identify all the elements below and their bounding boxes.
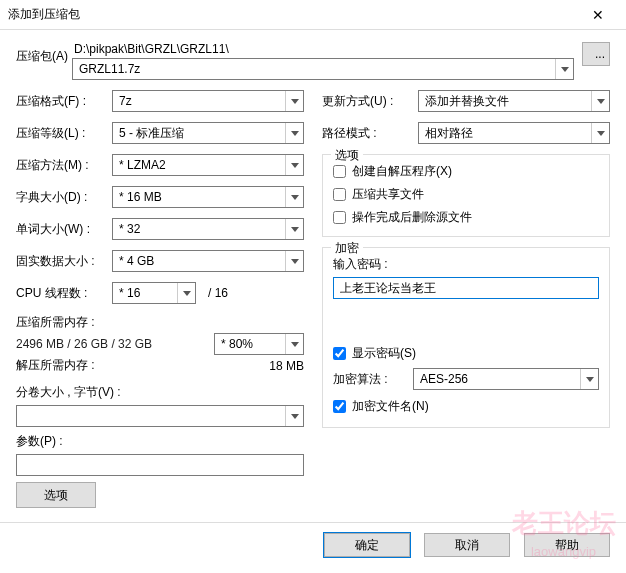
chevron-down-icon[interactable] [285, 219, 303, 239]
chevron-down-icon[interactable] [555, 59, 573, 79]
memcomp-select[interactable]: 80% [214, 333, 304, 355]
encryption-group: 加密 输入密码 : 显示密码(S) 加密算法 : AES-256 [322, 247, 610, 428]
delete-checkbox[interactable]: 操作完成后删除源文件 [333, 209, 599, 226]
level-select[interactable]: 5 - 标准压缩 [112, 122, 304, 144]
ok-button[interactable]: 确定 [324, 533, 410, 557]
chevron-down-icon[interactable] [285, 406, 303, 426]
memdecomp-value: 18 MB [95, 359, 304, 373]
options-legend: 选项 [331, 147, 363, 164]
help-button[interactable]: 帮助 [524, 533, 610, 557]
chevron-down-icon[interactable] [591, 91, 609, 111]
password-input[interactable] [333, 277, 599, 299]
format-select[interactable]: 7z [112, 90, 304, 112]
solid-label: 固实数据大小 : [16, 253, 112, 270]
level-label: 压缩等级(L) : [16, 125, 112, 142]
volume-combo[interactable] [16, 405, 304, 427]
archive-row: 压缩包(A) D:\pikpak\Bit\GRZL\GRZL11\ ... [16, 42, 610, 80]
close-icon[interactable]: ✕ [578, 7, 618, 23]
memcomp-detail: 2496 MB / 26 GB / 32 GB [16, 337, 214, 351]
dict-select[interactable]: 16 MB [112, 186, 304, 208]
options-group: 选项 创建自解压程序(X) 压缩共享文件 操作完成后删除源文件 [322, 154, 610, 237]
params-input[interactable] [16, 454, 304, 476]
method-label: 压缩方法(M) : [16, 157, 112, 174]
update-select[interactable]: 添加并替换文件 [418, 90, 610, 112]
algo-select[interactable]: AES-256 [413, 368, 599, 390]
options-button[interactable]: 选项 [16, 482, 96, 508]
memdecomp-label: 解压所需内存 : [16, 357, 95, 374]
method-select[interactable]: LZMA2 [112, 154, 304, 176]
chevron-down-icon[interactable] [285, 187, 303, 207]
chevron-down-icon[interactable] [285, 334, 303, 354]
browse-button[interactable]: ... [582, 42, 610, 66]
window-title: 添加到压缩包 [8, 6, 578, 23]
volume-label: 分卷大小 , 字节(V) : [16, 384, 304, 401]
word-select[interactable]: 32 [112, 218, 304, 240]
update-label: 更新方式(U) : [322, 93, 418, 110]
word-label: 单词大小(W) : [16, 221, 112, 238]
pathmode-select[interactable]: 相对路径 [418, 122, 610, 144]
sfx-checkbox[interactable]: 创建自解压程序(X) [333, 163, 599, 180]
params-label: 参数(P) : [16, 433, 304, 450]
threads-label: CPU 线程数 : [16, 285, 112, 302]
chevron-down-icon[interactable] [285, 123, 303, 143]
format-label: 压缩格式(F) : [16, 93, 112, 110]
show-password-checkbox[interactable]: 显示密码(S) [333, 345, 599, 362]
chevron-down-icon[interactable] [285, 251, 303, 271]
archive-name-combo[interactable] [72, 58, 574, 80]
password-label: 输入密码 : [333, 256, 599, 273]
dict-label: 字典大小(D) : [16, 189, 112, 206]
archive-path: D:\pikpak\Bit\GRZL\GRZL11\ [72, 42, 574, 56]
pathmode-label: 路径模式 : [322, 125, 418, 142]
encryption-legend: 加密 [331, 240, 363, 257]
right-column: 更新方式(U) : 添加并替换文件 路径模式 : 相对路径 [322, 90, 610, 508]
shared-checkbox[interactable]: 压缩共享文件 [333, 186, 599, 203]
chevron-down-icon[interactable] [285, 155, 303, 175]
chevron-down-icon[interactable] [591, 123, 609, 143]
solid-select[interactable]: 4 GB [112, 250, 304, 272]
archive-name-input[interactable] [73, 59, 555, 79]
title-bar: 添加到压缩包 ✕ [0, 0, 626, 30]
chevron-down-icon[interactable] [285, 91, 303, 111]
threads-select[interactable]: 16 [112, 282, 196, 304]
chevron-down-icon[interactable] [177, 283, 195, 303]
archive-label: 压缩包(A) [16, 42, 72, 65]
left-column: 压缩格式(F) : 7z 压缩等级(L) : 5 - 标准压缩 [16, 90, 304, 508]
threads-total: / 16 [208, 286, 228, 300]
memcomp-label: 压缩所需内存 : [16, 314, 95, 331]
encrypt-names-checkbox[interactable]: 加密文件名(N) [333, 398, 599, 415]
algo-label: 加密算法 : [333, 371, 413, 388]
volume-input[interactable] [17, 406, 285, 426]
cancel-button[interactable]: 取消 [424, 533, 510, 557]
footer: 确定 取消 帮助 [0, 522, 626, 571]
chevron-down-icon[interactable] [580, 369, 598, 389]
